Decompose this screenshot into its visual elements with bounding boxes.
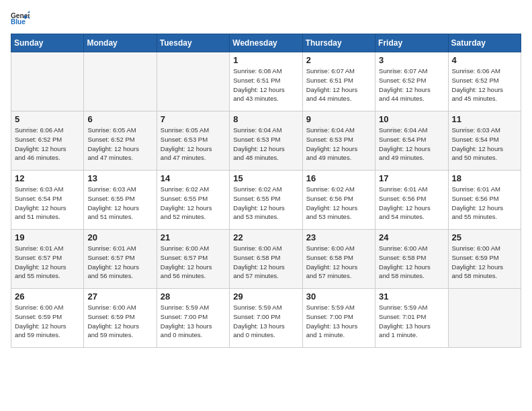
day-number: 17 [379, 173, 444, 183]
day-info: Sunrise: 6:02 AM Sunset: 6:55 PM Dayligh… [233, 185, 298, 222]
calendar-cell [448, 289, 521, 348]
calendar-cell [84, 52, 157, 111]
calendar-cell: 21Sunrise: 6:00 AM Sunset: 6:57 PM Dayli… [157, 230, 229, 289]
calendar-cell: 19Sunrise: 6:01 AM Sunset: 6:57 PM Dayli… [11, 230, 84, 289]
day-number: 11 [452, 114, 517, 124]
day-info: Sunrise: 6:04 AM Sunset: 6:54 PM Dayligh… [379, 126, 444, 163]
day-number: 29 [233, 291, 298, 302]
day-number: 23 [306, 232, 371, 242]
calendar-cell: 14Sunrise: 6:02 AM Sunset: 6:55 PM Dayli… [157, 171, 229, 230]
day-number: 30 [306, 291, 371, 302]
calendar-cell: 6Sunrise: 6:05 AM Sunset: 6:52 PM Daylig… [84, 111, 157, 171]
day-info: Sunrise: 6:07 AM Sunset: 6:51 PM Dayligh… [306, 66, 371, 103]
calendar-cell: 16Sunrise: 6:02 AM Sunset: 6:56 PM Dayli… [302, 171, 375, 230]
calendar-cell [11, 52, 84, 111]
day-info: Sunrise: 6:06 AM Sunset: 6:52 PM Dayligh… [15, 126, 80, 163]
calendar-cell: 20Sunrise: 6:01 AM Sunset: 6:57 PM Dayli… [84, 230, 157, 289]
day-number: 10 [379, 114, 444, 124]
page-header: General Blue [11, 11, 521, 26]
day-number: 26 [15, 291, 80, 302]
calendar-cell: 27Sunrise: 6:00 AM Sunset: 6:59 PM Dayli… [84, 289, 157, 348]
day-number: 24 [379, 232, 444, 242]
calendar-cell: 25Sunrise: 6:00 AM Sunset: 6:59 PM Dayli… [448, 230, 521, 289]
calendar-cell: 9Sunrise: 6:04 AM Sunset: 6:53 PM Daylig… [302, 111, 375, 171]
day-number: 31 [379, 291, 444, 302]
day-info: Sunrise: 6:00 AM Sunset: 6:58 PM Dayligh… [379, 244, 444, 281]
day-number: 1 [233, 55, 298, 65]
calendar-cell: 24Sunrise: 6:00 AM Sunset: 6:58 PM Dayli… [375, 230, 448, 289]
day-info: Sunrise: 6:00 AM Sunset: 6:59 PM Dayligh… [15, 303, 80, 340]
day-number: 4 [452, 55, 517, 65]
calendar-cell: 4Sunrise: 6:06 AM Sunset: 6:52 PM Daylig… [448, 52, 521, 111]
day-header-tuesday: Tuesday [157, 34, 229, 52]
day-number: 3 [379, 55, 444, 65]
calendar-cell: 2Sunrise: 6:07 AM Sunset: 6:51 PM Daylig… [302, 52, 375, 111]
calendar-header-row: SundayMondayTuesdayWednesdayThursdayFrid… [11, 34, 521, 52]
calendar-cell: 13Sunrise: 6:03 AM Sunset: 6:55 PM Dayli… [84, 171, 157, 230]
day-number: 6 [87, 114, 152, 124]
calendar-table: SundayMondayTuesdayWednesdayThursdayFrid… [11, 34, 521, 348]
day-info: Sunrise: 6:03 AM Sunset: 6:55 PM Dayligh… [87, 185, 152, 222]
day-number: 8 [233, 114, 298, 124]
day-number: 13 [87, 173, 152, 183]
logo: General Blue [11, 11, 30, 26]
calendar-cell: 28Sunrise: 5:59 AM Sunset: 7:00 PM Dayli… [157, 289, 229, 348]
day-info: Sunrise: 6:05 AM Sunset: 6:53 PM Dayligh… [161, 126, 226, 163]
calendar-week-row: 5Sunrise: 6:06 AM Sunset: 6:52 PM Daylig… [11, 111, 521, 171]
day-info: Sunrise: 6:00 AM Sunset: 6:59 PM Dayligh… [87, 303, 152, 340]
day-number: 19 [15, 232, 80, 242]
calendar-cell: 23Sunrise: 6:00 AM Sunset: 6:58 PM Dayli… [302, 230, 375, 289]
calendar-cell: 10Sunrise: 6:04 AM Sunset: 6:54 PM Dayli… [375, 111, 448, 171]
day-number: 18 [452, 173, 517, 183]
day-info: Sunrise: 6:01 AM Sunset: 6:56 PM Dayligh… [379, 185, 444, 222]
day-info: Sunrise: 6:02 AM Sunset: 6:55 PM Dayligh… [161, 185, 226, 222]
day-header-friday: Friday [375, 34, 448, 52]
calendar-cell: 12Sunrise: 6:03 AM Sunset: 6:54 PM Dayli… [11, 171, 84, 230]
day-info: Sunrise: 6:04 AM Sunset: 6:53 PM Dayligh… [233, 126, 298, 163]
day-info: Sunrise: 6:03 AM Sunset: 6:54 PM Dayligh… [15, 185, 80, 222]
day-info: Sunrise: 6:00 AM Sunset: 6:58 PM Dayligh… [306, 244, 371, 281]
day-number: 28 [161, 291, 226, 302]
calendar-week-row: 12Sunrise: 6:03 AM Sunset: 6:54 PM Dayli… [11, 171, 521, 230]
day-number: 20 [87, 232, 152, 242]
day-info: Sunrise: 5:59 AM Sunset: 7:01 PM Dayligh… [379, 303, 444, 340]
day-number: 5 [15, 114, 80, 124]
calendar-cell: 7Sunrise: 6:05 AM Sunset: 6:53 PM Daylig… [157, 111, 229, 171]
calendar-cell: 3Sunrise: 6:07 AM Sunset: 6:52 PM Daylig… [375, 52, 448, 111]
day-info: Sunrise: 6:00 AM Sunset: 6:59 PM Dayligh… [452, 244, 517, 281]
day-number: 14 [161, 173, 226, 183]
day-info: Sunrise: 6:06 AM Sunset: 6:52 PM Dayligh… [452, 66, 517, 103]
day-info: Sunrise: 6:02 AM Sunset: 6:56 PM Dayligh… [306, 185, 371, 222]
calendar-week-row: 1Sunrise: 6:08 AM Sunset: 6:51 PM Daylig… [11, 52, 521, 111]
day-info: Sunrise: 6:04 AM Sunset: 6:53 PM Dayligh… [306, 126, 371, 163]
day-number: 16 [306, 173, 371, 183]
calendar-week-row: 26Sunrise: 6:00 AM Sunset: 6:59 PM Dayli… [11, 289, 521, 348]
svg-text:Blue: Blue [11, 18, 26, 26]
day-number: 2 [306, 55, 371, 65]
calendar-cell: 31Sunrise: 5:59 AM Sunset: 7:01 PM Dayli… [375, 289, 448, 348]
calendar-cell: 26Sunrise: 6:00 AM Sunset: 6:59 PM Dayli… [11, 289, 84, 348]
day-number: 15 [233, 173, 298, 183]
day-info: Sunrise: 6:01 AM Sunset: 6:57 PM Dayligh… [15, 244, 80, 281]
day-header-sunday: Sunday [11, 34, 84, 52]
day-info: Sunrise: 6:00 AM Sunset: 6:58 PM Dayligh… [233, 244, 298, 281]
day-info: Sunrise: 6:03 AM Sunset: 6:54 PM Dayligh… [452, 126, 517, 163]
day-header-thursday: Thursday [302, 34, 375, 52]
day-number: 21 [161, 232, 226, 242]
calendar-cell: 30Sunrise: 5:59 AM Sunset: 7:00 PM Dayli… [302, 289, 375, 348]
day-info: Sunrise: 5:59 AM Sunset: 7:00 PM Dayligh… [233, 303, 298, 340]
day-header-monday: Monday [84, 34, 157, 52]
day-number: 7 [161, 114, 226, 124]
calendar-cell: 8Sunrise: 6:04 AM Sunset: 6:53 PM Daylig… [230, 111, 302, 171]
day-header-wednesday: Wednesday [230, 34, 302, 52]
calendar-cell: 22Sunrise: 6:00 AM Sunset: 6:58 PM Dayli… [230, 230, 302, 289]
day-info: Sunrise: 6:08 AM Sunset: 6:51 PM Dayligh… [233, 66, 298, 103]
calendar-cell: 17Sunrise: 6:01 AM Sunset: 6:56 PM Dayli… [375, 171, 448, 230]
day-number: 12 [15, 173, 80, 183]
calendar-cell: 15Sunrise: 6:02 AM Sunset: 6:55 PM Dayli… [230, 171, 302, 230]
day-info: Sunrise: 6:05 AM Sunset: 6:52 PM Dayligh… [87, 126, 152, 163]
day-header-saturday: Saturday [448, 34, 521, 52]
day-info: Sunrise: 5:59 AM Sunset: 7:00 PM Dayligh… [161, 303, 226, 340]
calendar-cell: 5Sunrise: 6:06 AM Sunset: 6:52 PM Daylig… [11, 111, 84, 171]
day-number: 22 [233, 232, 298, 242]
